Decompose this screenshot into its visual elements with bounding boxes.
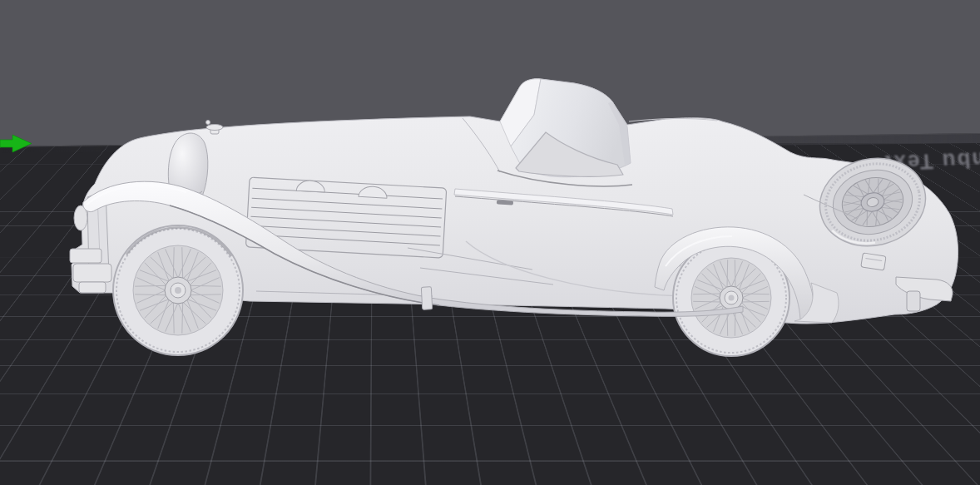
model-layer [0, 0, 980, 485]
car-model[interactable] [70, 79, 958, 356]
move-gizmo-x-arrow-icon[interactable] [0, 135, 32, 152]
front-wheel [113, 225, 243, 355]
tail-handle [861, 253, 886, 270]
viewport-3d[interactable]: mbu Text [0, 0, 980, 485]
rear-bumper-bracket [907, 291, 920, 311]
move-gizmo [0, 0, 50, 485]
door-handle [497, 200, 513, 205]
side-step-flap [421, 287, 432, 310]
